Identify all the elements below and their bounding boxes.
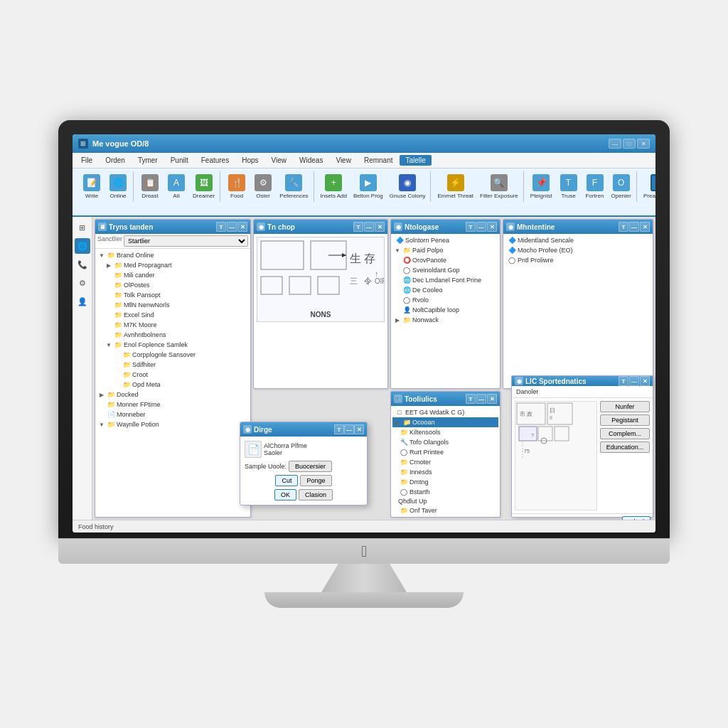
tree-sdif[interactable]: 📁 Sdifhiter bbox=[97, 360, 249, 370]
lic-pin[interactable]: T bbox=[619, 376, 628, 386]
menu-features[interactable]: Features bbox=[196, 155, 235, 166]
tree-enol[interactable]: ▼ 📁 Enol Foplence Samlek bbox=[97, 340, 249, 350]
tree-nonwack[interactable]: ▶ 📁 Nonwack bbox=[392, 315, 498, 325]
dirge-min[interactable]: — bbox=[344, 424, 354, 434]
dirge-buocersier-btn[interactable]: Buocersier bbox=[289, 461, 332, 472]
tryns-select[interactable]: Startlier bbox=[124, 235, 248, 247]
ribbon-belton-btn[interactable]: ▶ Belton Prog bbox=[350, 173, 386, 200]
nav-icon-settings[interactable]: ⚙ bbox=[75, 275, 90, 291]
tree-innesds[interactable]: 📁 Innesds bbox=[392, 467, 498, 477]
menu-view1[interactable]: View bbox=[266, 155, 293, 166]
menu-hops[interactable]: Hops bbox=[236, 155, 264, 166]
tree-orov[interactable]: ⭕ OrovPanote bbox=[392, 255, 498, 265]
ribbon-insets-btn[interactable]: + Insets Add bbox=[318, 173, 350, 200]
tree-crnoter[interactable]: 📁 Crnoter bbox=[392, 457, 498, 467]
nav-icon-user[interactable]: 👤 bbox=[75, 294, 90, 309]
tree-croot[interactable]: 📁 Croot bbox=[97, 370, 249, 380]
ribbon-filter-btn[interactable]: 🔍 Filter Exposure bbox=[477, 173, 521, 200]
menu-file[interactable]: File bbox=[75, 155, 98, 166]
tree-opd[interactable]: 📁 Opd Meta bbox=[97, 380, 249, 390]
mhntentine-min[interactable]: — bbox=[629, 222, 639, 232]
tryns-pin[interactable]: T bbox=[216, 222, 226, 232]
mhntentine-close[interactable]: ✕ bbox=[640, 222, 650, 232]
tn-chip-close[interactable]: ✕ bbox=[375, 222, 385, 232]
lic-complem-btn[interactable]: Complem... bbox=[600, 428, 650, 439]
tree-brand-online[interactable]: ▼ 📁 Brand Online bbox=[97, 250, 249, 260]
tree-rurt[interactable]: ◯ Rurt Printee bbox=[392, 447, 498, 457]
tree-de[interactable]: 🌐 De Cooleo bbox=[392, 285, 498, 295]
ribbon-prease-btn[interactable]: P Prease Iong bbox=[641, 173, 655, 200]
tree-qhdlut[interactable]: Qhdlut Up bbox=[392, 497, 498, 505]
tree-dec[interactable]: 🌐 Dec Lmdanel Font Prine bbox=[392, 275, 498, 285]
tree-bstarth[interactable]: ◯ Bstarth bbox=[392, 487, 498, 497]
tree-corp[interactable]: 📁 Corpplognle Sansover bbox=[97, 350, 249, 360]
dirge-close[interactable]: ✕ bbox=[354, 424, 364, 434]
tree-solntorn[interactable]: 🔷 Solntorn Penea bbox=[392, 235, 498, 245]
ribbon-food-btn[interactable]: 🍴 Food bbox=[224, 173, 250, 200]
tree-onf[interactable]: 📁 Onf Taver bbox=[392, 505, 498, 515]
tree-paid[interactable]: ▼ 📁 Paid Polpo bbox=[392, 245, 498, 255]
tn-chip-pin[interactable]: T bbox=[353, 222, 363, 232]
tree-docked[interactable]: ▶ 📁 Docked bbox=[97, 390, 249, 400]
ribbon-dreamer-btn[interactable]: 🖼 Dreamer bbox=[190, 173, 218, 200]
tree-tolk[interactable]: 📁 Tolk Pansopt bbox=[97, 290, 249, 300]
ribbon-truse-btn[interactable]: T Truse bbox=[556, 173, 582, 200]
tree-mll[interactable]: 📁 MllN NenwNorls bbox=[97, 300, 249, 310]
menu-tymer[interactable]: Tymer bbox=[132, 155, 164, 166]
menu-punilt[interactable]: Punilt bbox=[165, 155, 194, 166]
ribbon-pteignist-btn[interactable]: 📌 Pteignist bbox=[528, 173, 555, 200]
tree-kilten[interactable]: 📁 Kiltensools bbox=[392, 427, 498, 437]
menu-view2[interactable]: View bbox=[330, 155, 357, 166]
ribbon-write-btn[interactable]: 📝 Write bbox=[79, 173, 105, 200]
tree-mili[interactable]: 📁 Mili cander bbox=[97, 270, 249, 280]
ribbon-oster-btn[interactable]: ⚙ Oster bbox=[250, 173, 276, 200]
ribbon-pef-btn[interactable]: 🔧 Peferences bbox=[277, 173, 311, 200]
tree-monneber[interactable]: 📄 Monneber bbox=[97, 410, 249, 419]
minimize-button[interactable]: — bbox=[609, 139, 621, 149]
dirge-pin[interactable]: T bbox=[334, 424, 344, 434]
tree-mocho[interactable]: 🔷 Mocho Profee (EO) bbox=[505, 245, 651, 255]
nav-icon-chrome[interactable]: 🌐 bbox=[75, 238, 90, 254]
ntologase-pin[interactable]: T bbox=[466, 222, 476, 232]
nav-icon-1[interactable]: ⊞ bbox=[75, 220, 90, 235]
dirge-cut-btn[interactable]: Cut bbox=[275, 475, 298, 486]
ribbon-online-btn[interactable]: 🌐 Online bbox=[105, 173, 131, 200]
restore-button[interactable]: □ bbox=[623, 139, 636, 149]
lic-min[interactable]: — bbox=[629, 376, 639, 386]
ntologase-min[interactable]: — bbox=[476, 222, 486, 232]
tree-eet[interactable]: □ EET G4 Wdatik C G) bbox=[392, 407, 498, 417]
dirge-ok-btn[interactable]: OK bbox=[274, 489, 296, 500]
lic-eduncation-btn[interactable]: Eduncation... bbox=[600, 441, 650, 453]
menu-orden[interactable]: Orden bbox=[100, 155, 131, 166]
ntologase-close[interactable]: ✕ bbox=[487, 222, 497, 232]
menu-talelle[interactable]: Talelle bbox=[400, 155, 431, 166]
tooliulics-pin[interactable]: T bbox=[466, 394, 476, 404]
tree-tofo[interactable]: 🔧 Tofo Olangols bbox=[392, 437, 498, 447]
tree-m7k[interactable]: 📁 M7K Moore bbox=[97, 320, 249, 330]
tree-nolt[interactable]: 👤 NoltCapible loop bbox=[392, 305, 498, 315]
menu-wideas[interactable]: Wideas bbox=[294, 155, 328, 166]
ribbon-emmet-btn[interactable]: ⚡ Emmet Threat bbox=[434, 173, 476, 200]
tree-dmtng[interactable]: 📁 Dmtng bbox=[392, 477, 498, 487]
menu-remnant[interactable]: Remnant bbox=[358, 155, 399, 166]
tryns-min[interactable]: — bbox=[227, 222, 237, 232]
tree-excel[interactable]: 📁 Excel Sind bbox=[97, 310, 249, 320]
tree-pntl[interactable]: ◯ Pntl Proliwre bbox=[505, 255, 651, 265]
tooliulics-min[interactable]: — bbox=[476, 394, 486, 404]
tree-mident[interactable]: 🔷 Midentland Sencale bbox=[505, 235, 651, 245]
tree-avnhnt[interactable]: 📁 Avnhntbolnens bbox=[97, 330, 249, 340]
ribbon-ati-btn[interactable]: A Ati bbox=[164, 173, 189, 200]
close-button[interactable]: ✕ bbox=[637, 139, 650, 149]
ribbon-openler-btn[interactable]: O Openler bbox=[609, 173, 634, 200]
ribbon-dreast-btn[interactable]: 📋 Dreast bbox=[137, 173, 163, 200]
nav-icon-phone[interactable]: 📞 bbox=[75, 257, 90, 272]
tree-waynlle[interactable]: ▼ 📁 Waynlle Potion bbox=[97, 419, 249, 429]
tree-olpostes[interactable]: 📁 OlPostes bbox=[97, 280, 249, 290]
mhntentine-pin[interactable]: T bbox=[619, 222, 628, 232]
tree-monner[interactable]: 📁 Monner FPtime bbox=[97, 400, 249, 410]
tooliulics-close[interactable]: ✕ bbox=[487, 394, 497, 404]
tn-chip-min[interactable]: — bbox=[364, 222, 374, 232]
ribbon-fortren-btn[interactable]: F Fortren bbox=[582, 173, 608, 200]
tree-rvolo[interactable]: ◯ Rvolo bbox=[392, 295, 498, 305]
ribbon-gnuse-btn[interactable]: ◉ Gnuse Colony bbox=[387, 173, 429, 200]
